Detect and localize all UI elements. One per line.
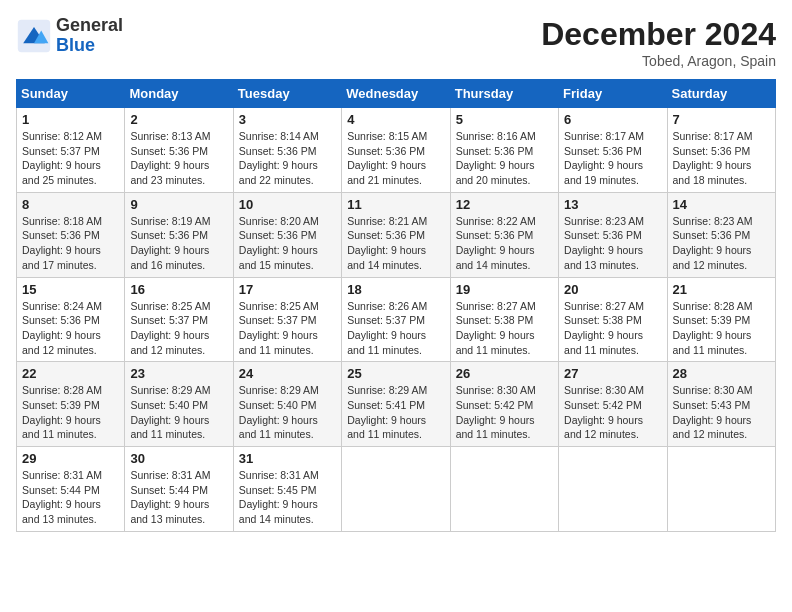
daylight-label: Daylight: 9 hours and 25 minutes.	[22, 159, 101, 186]
daylight-label: Daylight: 9 hours and 22 minutes.	[239, 159, 318, 186]
col-header-saturday: Saturday	[667, 80, 775, 108]
day-info: Sunrise: 8:31 AM Sunset: 5:44 PM Dayligh…	[22, 468, 119, 527]
daylight-label: Daylight: 9 hours and 19 minutes.	[564, 159, 643, 186]
sunrise-label: Sunrise: 8:25 AM	[130, 300, 210, 312]
col-header-sunday: Sunday	[17, 80, 125, 108]
daylight-label: Daylight: 9 hours and 12 minutes.	[22, 329, 101, 356]
calendar-week-row: 8 Sunrise: 8:18 AM Sunset: 5:36 PM Dayli…	[17, 192, 776, 277]
day-info: Sunrise: 8:18 AM Sunset: 5:36 PM Dayligh…	[22, 214, 119, 273]
sunrise-label: Sunrise: 8:16 AM	[456, 130, 536, 142]
sunrise-label: Sunrise: 8:31 AM	[130, 469, 210, 481]
calendar-cell: 26 Sunrise: 8:30 AM Sunset: 5:42 PM Dayl…	[450, 362, 558, 447]
calendar-cell: 9 Sunrise: 8:19 AM Sunset: 5:36 PM Dayli…	[125, 192, 233, 277]
calendar-cell: 17 Sunrise: 8:25 AM Sunset: 5:37 PM Dayl…	[233, 277, 341, 362]
day-info: Sunrise: 8:14 AM Sunset: 5:36 PM Dayligh…	[239, 129, 336, 188]
day-number: 14	[673, 197, 770, 212]
sunset-label: Sunset: 5:37 PM	[22, 145, 100, 157]
day-info: Sunrise: 8:19 AM Sunset: 5:36 PM Dayligh…	[130, 214, 227, 273]
daylight-label: Daylight: 9 hours and 12 minutes.	[130, 329, 209, 356]
logo-text: General Blue	[56, 16, 123, 56]
sunrise-label: Sunrise: 8:14 AM	[239, 130, 319, 142]
calendar-cell: 15 Sunrise: 8:24 AM Sunset: 5:36 PM Dayl…	[17, 277, 125, 362]
daylight-label: Daylight: 9 hours and 14 minutes.	[239, 498, 318, 525]
day-number: 25	[347, 366, 444, 381]
logo-icon	[16, 18, 52, 54]
sunrise-label: Sunrise: 8:26 AM	[347, 300, 427, 312]
daylight-label: Daylight: 9 hours and 17 minutes.	[22, 244, 101, 271]
title-block: December 2024 Tobed, Aragon, Spain	[541, 16, 776, 69]
logo-blue: Blue	[56, 35, 95, 55]
day-number: 3	[239, 112, 336, 127]
calendar-cell: 11 Sunrise: 8:21 AM Sunset: 5:36 PM Dayl…	[342, 192, 450, 277]
calendar-cell: 7 Sunrise: 8:17 AM Sunset: 5:36 PM Dayli…	[667, 108, 775, 193]
sunrise-label: Sunrise: 8:27 AM	[564, 300, 644, 312]
sunset-label: Sunset: 5:39 PM	[22, 399, 100, 411]
day-info: Sunrise: 8:22 AM Sunset: 5:36 PM Dayligh…	[456, 214, 553, 273]
daylight-label: Daylight: 9 hours and 11 minutes.	[22, 414, 101, 441]
daylight-label: Daylight: 9 hours and 12 minutes.	[673, 414, 752, 441]
day-number: 20	[564, 282, 661, 297]
day-number: 7	[673, 112, 770, 127]
calendar-cell	[342, 447, 450, 532]
calendar-cell: 14 Sunrise: 8:23 AM Sunset: 5:36 PM Dayl…	[667, 192, 775, 277]
sunrise-label: Sunrise: 8:30 AM	[564, 384, 644, 396]
daylight-label: Daylight: 9 hours and 21 minutes.	[347, 159, 426, 186]
day-info: Sunrise: 8:27 AM Sunset: 5:38 PM Dayligh…	[456, 299, 553, 358]
daylight-label: Daylight: 9 hours and 14 minutes.	[347, 244, 426, 271]
sunrise-label: Sunrise: 8:28 AM	[673, 300, 753, 312]
main-title: December 2024	[541, 16, 776, 53]
sunrise-label: Sunrise: 8:23 AM	[673, 215, 753, 227]
day-number: 15	[22, 282, 119, 297]
day-number: 28	[673, 366, 770, 381]
day-number: 8	[22, 197, 119, 212]
day-info: Sunrise: 8:25 AM Sunset: 5:37 PM Dayligh…	[130, 299, 227, 358]
sunset-label: Sunset: 5:36 PM	[130, 229, 208, 241]
day-number: 22	[22, 366, 119, 381]
day-number: 19	[456, 282, 553, 297]
sunrise-label: Sunrise: 8:19 AM	[130, 215, 210, 227]
sunrise-label: Sunrise: 8:27 AM	[456, 300, 536, 312]
calendar-cell: 3 Sunrise: 8:14 AM Sunset: 5:36 PM Dayli…	[233, 108, 341, 193]
calendar-cell: 13 Sunrise: 8:23 AM Sunset: 5:36 PM Dayl…	[559, 192, 667, 277]
day-info: Sunrise: 8:16 AM Sunset: 5:36 PM Dayligh…	[456, 129, 553, 188]
sunset-label: Sunset: 5:36 PM	[673, 229, 751, 241]
daylight-label: Daylight: 9 hours and 18 minutes.	[673, 159, 752, 186]
day-info: Sunrise: 8:26 AM Sunset: 5:37 PM Dayligh…	[347, 299, 444, 358]
daylight-label: Daylight: 9 hours and 11 minutes.	[239, 414, 318, 441]
day-number: 24	[239, 366, 336, 381]
day-number: 6	[564, 112, 661, 127]
calendar-week-row: 15 Sunrise: 8:24 AM Sunset: 5:36 PM Dayl…	[17, 277, 776, 362]
sunset-label: Sunset: 5:36 PM	[347, 229, 425, 241]
day-info: Sunrise: 8:29 AM Sunset: 5:40 PM Dayligh…	[239, 383, 336, 442]
col-header-tuesday: Tuesday	[233, 80, 341, 108]
sunset-label: Sunset: 5:45 PM	[239, 484, 317, 496]
sunset-label: Sunset: 5:36 PM	[239, 229, 317, 241]
daylight-label: Daylight: 9 hours and 11 minutes.	[130, 414, 209, 441]
sunrise-label: Sunrise: 8:17 AM	[673, 130, 753, 142]
day-info: Sunrise: 8:12 AM Sunset: 5:37 PM Dayligh…	[22, 129, 119, 188]
sunset-label: Sunset: 5:36 PM	[456, 229, 534, 241]
day-info: Sunrise: 8:28 AM Sunset: 5:39 PM Dayligh…	[22, 383, 119, 442]
calendar-cell	[667, 447, 775, 532]
sunset-label: Sunset: 5:41 PM	[347, 399, 425, 411]
day-info: Sunrise: 8:17 AM Sunset: 5:36 PM Dayligh…	[673, 129, 770, 188]
day-number: 31	[239, 451, 336, 466]
sunrise-label: Sunrise: 8:29 AM	[347, 384, 427, 396]
daylight-label: Daylight: 9 hours and 11 minutes.	[347, 329, 426, 356]
sunset-label: Sunset: 5:36 PM	[564, 145, 642, 157]
daylight-label: Daylight: 9 hours and 20 minutes.	[456, 159, 535, 186]
calendar-cell: 10 Sunrise: 8:20 AM Sunset: 5:36 PM Dayl…	[233, 192, 341, 277]
sunrise-label: Sunrise: 8:13 AM	[130, 130, 210, 142]
sunset-label: Sunset: 5:42 PM	[456, 399, 534, 411]
day-number: 26	[456, 366, 553, 381]
calendar-cell: 30 Sunrise: 8:31 AM Sunset: 5:44 PM Dayl…	[125, 447, 233, 532]
calendar-cell: 29 Sunrise: 8:31 AM Sunset: 5:44 PM Dayl…	[17, 447, 125, 532]
sunrise-label: Sunrise: 8:25 AM	[239, 300, 319, 312]
day-info: Sunrise: 8:27 AM Sunset: 5:38 PM Dayligh…	[564, 299, 661, 358]
sunrise-label: Sunrise: 8:12 AM	[22, 130, 102, 142]
day-number: 2	[130, 112, 227, 127]
sunrise-label: Sunrise: 8:22 AM	[456, 215, 536, 227]
col-header-wednesday: Wednesday	[342, 80, 450, 108]
page-header: General Blue December 2024 Tobed, Aragon…	[16, 16, 776, 69]
sunset-label: Sunset: 5:38 PM	[456, 314, 534, 326]
